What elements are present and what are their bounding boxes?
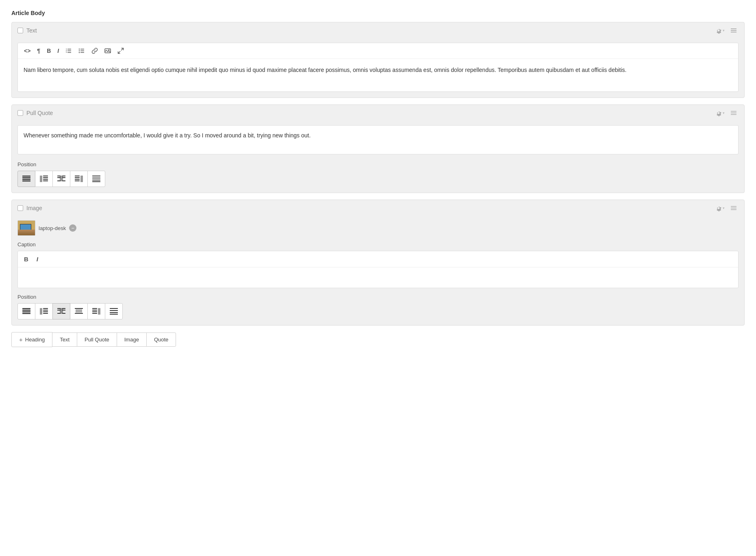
svg-rect-38 bbox=[75, 179, 80, 180]
svg-rect-36 bbox=[75, 176, 80, 176]
caption-editor: B I bbox=[17, 251, 739, 288]
image-position-btn-4[interactable] bbox=[87, 303, 105, 319]
toolbar-paragraph-btn[interactable]: ¶ bbox=[35, 46, 42, 55]
svg-rect-0 bbox=[731, 28, 736, 29]
pull-quote-block-move-button[interactable] bbox=[729, 109, 739, 117]
svg-rect-42 bbox=[92, 178, 100, 178]
pull-quote-position-buttons bbox=[17, 171, 739, 187]
image-position-btn-1[interactable] bbox=[35, 303, 53, 319]
image-position-buttons bbox=[17, 303, 739, 319]
svg-rect-61 bbox=[40, 308, 42, 315]
image-position-btn-3[interactable] bbox=[70, 303, 88, 319]
svg-rect-35 bbox=[60, 176, 63, 181]
svg-rect-10 bbox=[80, 50, 84, 51]
svg-rect-26 bbox=[43, 179, 48, 180]
image-thumbnail bbox=[17, 220, 35, 236]
toolbar-ordered-list-btn[interactable]: 123 bbox=[63, 46, 74, 55]
svg-rect-49 bbox=[18, 230, 35, 236]
svg-rect-43 bbox=[92, 180, 100, 180]
toolbar-link-btn[interactable] bbox=[89, 46, 100, 55]
svg-point-16 bbox=[109, 50, 110, 51]
svg-rect-21 bbox=[22, 177, 30, 178]
image-item: laptop-desk − bbox=[17, 220, 739, 236]
svg-rect-79 bbox=[110, 312, 118, 313]
position-btn-0[interactable] bbox=[17, 171, 35, 187]
svg-rect-72 bbox=[92, 308, 97, 309]
image-block-content: laptop-desk − Caption B I Position bbox=[12, 216, 744, 325]
move-icon bbox=[730, 27, 737, 34]
add-heading-label: Heading bbox=[25, 337, 45, 343]
svg-rect-3 bbox=[67, 49, 71, 50]
text-editor-body[interactable]: Nam libero tempore, cum soluta nobis est… bbox=[18, 59, 738, 91]
toolbar-expand-btn[interactable] bbox=[115, 46, 126, 55]
image-block-header-right: ▾ bbox=[714, 204, 739, 212]
svg-rect-5 bbox=[67, 52, 71, 53]
svg-rect-44 bbox=[92, 181, 100, 182]
add-image-button[interactable]: Image bbox=[117, 332, 147, 347]
toolbar-image-btn[interactable] bbox=[102, 46, 113, 55]
pull-quote-block-header-left: Pull Quote bbox=[17, 110, 53, 116]
svg-rect-59 bbox=[43, 311, 48, 312]
svg-rect-54 bbox=[22, 310, 30, 311]
text-block-checkbox[interactable] bbox=[17, 28, 23, 33]
pull-quote-block-settings-button[interactable]: ▾ bbox=[714, 109, 726, 117]
add-pullquote-button[interactable]: Pull Quote bbox=[77, 332, 117, 347]
text-block-header-right: ▾ bbox=[714, 26, 739, 35]
svg-rect-78 bbox=[110, 310, 118, 311]
svg-rect-20 bbox=[22, 176, 30, 177]
pull-quote-block-header-right: ▾ bbox=[714, 109, 739, 117]
svg-rect-1 bbox=[731, 30, 736, 31]
image-remove-button[interactable]: − bbox=[69, 224, 76, 232]
position-btn-2[interactable] bbox=[52, 171, 70, 187]
text-block-settings-button[interactable]: ▾ bbox=[714, 26, 726, 35]
svg-rect-71 bbox=[76, 309, 82, 313]
image-position-label: Position bbox=[17, 294, 739, 300]
svg-rect-57 bbox=[43, 308, 48, 309]
add-block-bar: + Heading Text Pull Quote Image Quote bbox=[11, 332, 745, 347]
toolbar-unordered-list-btn[interactable] bbox=[76, 46, 87, 55]
pull-quote-block-header: Pull Quote ▾ bbox=[12, 105, 744, 121]
image-position-btn-5[interactable] bbox=[105, 303, 123, 319]
image-block-checkbox[interactable] bbox=[17, 205, 23, 211]
svg-point-14 bbox=[79, 52, 80, 53]
image-block-settings-button[interactable]: ▾ bbox=[714, 204, 726, 212]
pull-quote-input[interactable] bbox=[17, 125, 739, 154]
caption-body[interactable] bbox=[18, 267, 738, 288]
image-position-btn-0[interactable] bbox=[17, 303, 35, 319]
caption-bold-btn[interactable]: B bbox=[22, 254, 30, 264]
image-block-header-left: Image bbox=[17, 205, 42, 211]
svg-rect-23 bbox=[22, 180, 30, 182]
svg-rect-47 bbox=[731, 209, 736, 210]
gear-icon bbox=[715, 205, 722, 211]
image-block-header: Image ▾ bbox=[12, 200, 744, 216]
svg-rect-41 bbox=[92, 176, 100, 176]
svg-rect-24 bbox=[43, 176, 48, 176]
image-block-move-button[interactable] bbox=[729, 204, 739, 212]
text-block-move-button[interactable] bbox=[729, 26, 739, 35]
text-block-header: Text ▾ bbox=[12, 22, 744, 39]
toolbar-italic-btn[interactable]: I bbox=[55, 46, 61, 55]
svg-rect-11 bbox=[80, 52, 84, 53]
add-heading-button[interactable]: + Heading bbox=[11, 332, 52, 347]
add-text-button[interactable]: Text bbox=[52, 332, 77, 347]
caption-italic-btn[interactable]: I bbox=[35, 254, 40, 264]
svg-rect-40 bbox=[80, 176, 83, 182]
svg-rect-80 bbox=[110, 314, 118, 315]
position-btn-1[interactable] bbox=[35, 171, 53, 187]
gear-icon bbox=[715, 27, 722, 34]
move-icon bbox=[730, 205, 737, 211]
svg-rect-52 bbox=[19, 231, 32, 232]
text-block-header-left: Text bbox=[17, 27, 37, 34]
move-icon bbox=[730, 110, 737, 116]
toolbar-bold-btn[interactable]: B bbox=[45, 46, 53, 55]
pull-quote-block-checkbox[interactable] bbox=[17, 110, 23, 116]
image-position-btn-2[interactable] bbox=[52, 303, 70, 319]
toolbar-code-btn[interactable]: <> bbox=[22, 46, 33, 55]
svg-rect-46 bbox=[731, 208, 736, 208]
text-block-content: <> ¶ B I 123 Nam li bbox=[12, 39, 744, 98]
add-quote-button[interactable]: Quote bbox=[146, 332, 176, 347]
svg-rect-58 bbox=[43, 310, 48, 311]
pull-quote-block: Pull Quote ▾ Position bbox=[11, 104, 745, 193]
position-btn-3[interactable] bbox=[70, 171, 88, 187]
position-btn-4[interactable] bbox=[87, 171, 105, 187]
